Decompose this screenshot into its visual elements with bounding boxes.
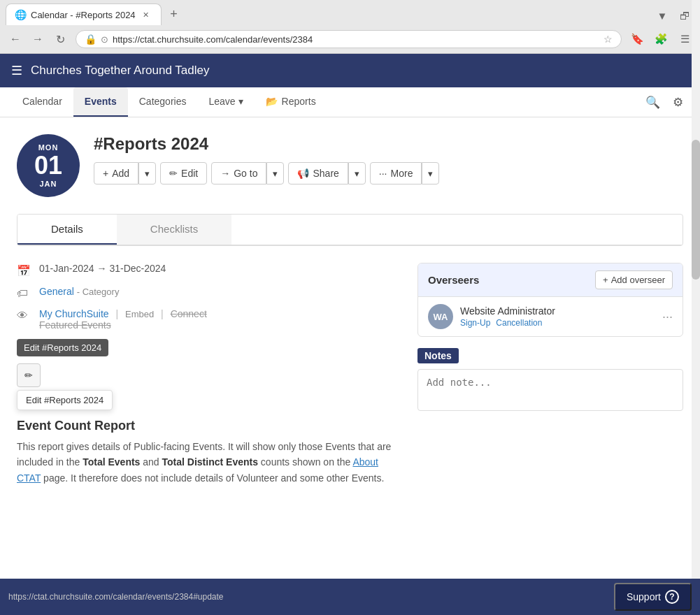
browser-nav-buttons: ← → ↻ [6, 29, 70, 49]
add-overseer-label: Add overseer [611, 275, 665, 285]
share-label: Share [313, 168, 338, 179]
category-label: - Category [77, 287, 120, 297]
browser-tab-active[interactable]: 🌐 Calendar - #Reports 2024 ✕ [6, 3, 162, 25]
report-text-3: counts shown on the [258, 456, 352, 468]
overseer-info: Website Administrator Sign-Up Cancellati… [460, 305, 655, 328]
category-icon: 🏷 [17, 287, 31, 300]
tab-details[interactable]: Details [17, 215, 117, 245]
minimize-button[interactable]: ▼ [652, 6, 672, 25]
overseer-more-button[interactable]: ··· [662, 310, 673, 324]
cancellation-link[interactable]: Cancellation [496, 318, 542, 328]
security-icon: 🔒 [85, 34, 97, 45]
support-button[interactable]: Support ? [614, 583, 692, 607]
edit-button[interactable]: ✏ Edit [160, 162, 207, 184]
settings-button[interactable]: ⚙ [666, 91, 689, 113]
leave-dropdown-icon: ▾ [238, 96, 243, 107]
notes-input[interactable] [417, 369, 683, 411]
nav-item-events[interactable]: Events [73, 87, 128, 117]
tab-bar: 🌐 Calendar - #Reports 2024 ✕ + ▼ 🗗 [0, 0, 700, 25]
extensions-button[interactable]: 🧩 [651, 29, 671, 49]
tab-title: Calendar - #Reports 2024 [31, 10, 136, 20]
overseer-links: Sign-Up Cancellation [460, 318, 655, 328]
edit-pencil-button[interactable]: ✏ [17, 363, 41, 387]
overseers-header: Overseers + Add overseer [418, 263, 683, 297]
bookmarks-button[interactable]: 🔖 [627, 29, 647, 49]
reports-folder-icon: 📂 [266, 96, 278, 107]
overseer-name: Website Administrator [460, 305, 655, 317]
nav-item-reports[interactable]: 📂 Reports [255, 87, 327, 117]
category-link[interactable]: General [39, 286, 74, 297]
more-button-group: ··· More ▾ [370, 162, 440, 184]
browser-chrome: 🌐 Calendar - #Reports 2024 ✕ + ▼ 🗗 ← → ↻… [0, 0, 700, 54]
day-number: 01 [34, 153, 62, 178]
embed-label: Embed [125, 309, 154, 319]
forward-button[interactable]: → [28, 29, 48, 49]
content-tabs: Details Checklists [17, 215, 683, 245]
add-dropdown-button[interactable]: ▾ [138, 162, 156, 184]
add-button[interactable]: + Add [94, 162, 138, 184]
add-overseer-button[interactable]: + Add overseer [595, 270, 673, 289]
content-tabs-container: Details Checklists [17, 214, 683, 246]
overseer-avatar: WA [428, 304, 453, 329]
report-text-4: page. It therefore does not include deta… [41, 472, 384, 484]
goto-dropdown-button[interactable]: ▾ [266, 162, 284, 184]
report-bold-1: Total Events [83, 456, 140, 468]
back-button[interactable]: ← [6, 29, 25, 49]
hamburger-menu-icon[interactable]: ☰ [11, 63, 22, 78]
more-button[interactable]: ··· More [370, 162, 422, 184]
search-button[interactable]: 🔍 [641, 91, 664, 113]
details-panel: 📅 01-Jan-2024 → 31-Dec-2024 🏷 General - … [17, 263, 683, 486]
add-arrow-icon: ▾ [145, 168, 150, 179]
calendar-icon: 📅 [17, 264, 31, 277]
address-bar[interactable]: 🔒 ⊙ https://ctat.churchsuite.com/calenda… [76, 30, 622, 48]
edit-tooltip-dark: Edit #Reports 2024 [17, 339, 108, 356]
event-title: #Reports 2024 [94, 134, 683, 154]
tab-close-button[interactable]: ✕ [140, 8, 152, 21]
share-dropdown-button[interactable]: ▾ [348, 162, 366, 184]
edit-tooltip-light: Edit #Reports 2024 [17, 390, 113, 410]
signup-link[interactable]: Sign-Up [460, 318, 490, 328]
browser-action-buttons: 🔖 🧩 ☰ [627, 29, 694, 49]
new-tab-button[interactable]: + [163, 3, 185, 25]
overseers-title: Overseers [428, 274, 479, 286]
add-label: Add [112, 168, 129, 179]
edit-popup-area: Edit #Reports 2024 ✏ Edit #Reports 2024 [17, 339, 401, 410]
detail-row-category: 🏷 General - Category [17, 286, 401, 300]
scrollbar-track[interactable] [692, 0, 700, 607]
visibility-info: My ChurchSuite | Embed | Connect Feature… [39, 308, 401, 331]
nav-item-categories[interactable]: Categories [128, 87, 198, 117]
my-churchsuite-link[interactable]: My ChurchSuite [39, 308, 109, 319]
date-range: 01-Jan-2024 → 31-Dec-2024 [39, 263, 401, 274]
report-title: Event Count Report [17, 419, 401, 433]
goto-arrow-icon: → [220, 168, 230, 179]
nav-item-leave[interactable]: Leave ▾ [197, 87, 254, 117]
goto-button-group: → Go to ▾ [211, 162, 284, 184]
share-button[interactable]: 📢 Share [288, 162, 348, 184]
more-dots-icon: ··· [379, 168, 387, 179]
status-bar: https://ctat.churchsuite.com/calendar/ev… [0, 579, 700, 607]
reload-button[interactable]: ↻ [50, 29, 70, 49]
avatar-initials: WA [434, 312, 448, 322]
action-buttons: + Add ▾ ✏ Edit → Go to [94, 162, 683, 184]
connect-label: Connect [171, 308, 207, 319]
share-button-group: 📢 Share ▾ [288, 162, 365, 184]
report-section: Event Count Report This report gives det… [17, 419, 401, 486]
add-button-group: + Add ▾ [94, 162, 156, 184]
nav-item-calendar[interactable]: Calendar [11, 87, 73, 117]
bookmark-icon[interactable]: ☆ [603, 34, 613, 45]
separator2: | [161, 308, 164, 319]
eye-icon: 👁 [17, 310, 31, 322]
app-title: Churches Together Around Tadley [31, 64, 210, 78]
notes-section: Notes [417, 348, 683, 413]
details-right: Overseers + Add overseer WA Website Admi… [417, 263, 683, 486]
scrollbar-thumb[interactable] [692, 140, 700, 280]
app-nav: Calendar Events Categories Leave ▾ 📂 Rep… [0, 87, 700, 117]
network-icon: ⊙ [101, 34, 108, 45]
support-question-icon: ? [665, 590, 679, 604]
tab-checklists[interactable]: Checklists [117, 215, 231, 245]
more-dropdown-button[interactable]: ▾ [422, 162, 439, 184]
nav-right-actions: 🔍 ⚙ [641, 91, 689, 113]
goto-button[interactable]: → Go to [211, 162, 266, 184]
category-info: General - Category [39, 286, 401, 297]
report-bold-2: Total Distinct Events [162, 456, 258, 468]
